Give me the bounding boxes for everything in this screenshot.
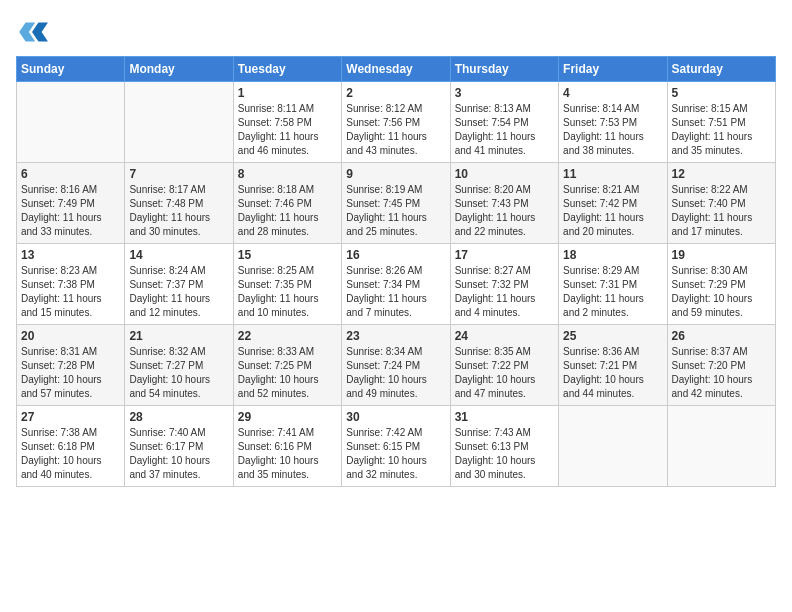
day-header-saturday: Saturday <box>667 57 775 82</box>
day-number: 31 <box>455 410 554 424</box>
day-info: Sunrise: 8:25 AM Sunset: 7:35 PM Dayligh… <box>238 264 337 320</box>
day-number: 26 <box>672 329 771 343</box>
day-number: 17 <box>455 248 554 262</box>
day-info: Sunrise: 8:30 AM Sunset: 7:29 PM Dayligh… <box>672 264 771 320</box>
day-header-friday: Friday <box>559 57 667 82</box>
calendar-week-3: 13Sunrise: 8:23 AM Sunset: 7:38 PM Dayli… <box>17 244 776 325</box>
calendar-cell: 6Sunrise: 8:16 AM Sunset: 7:49 PM Daylig… <box>17 163 125 244</box>
calendar-week-4: 20Sunrise: 8:31 AM Sunset: 7:28 PM Dayli… <box>17 325 776 406</box>
calendar-cell: 25Sunrise: 8:36 AM Sunset: 7:21 PM Dayli… <box>559 325 667 406</box>
calendar-cell: 2Sunrise: 8:12 AM Sunset: 7:56 PM Daylig… <box>342 82 450 163</box>
day-number: 20 <box>21 329 120 343</box>
day-number: 15 <box>238 248 337 262</box>
calendar-cell: 15Sunrise: 8:25 AM Sunset: 7:35 PM Dayli… <box>233 244 341 325</box>
day-info: Sunrise: 7:41 AM Sunset: 6:16 PM Dayligh… <box>238 426 337 482</box>
day-number: 22 <box>238 329 337 343</box>
calendar-cell: 14Sunrise: 8:24 AM Sunset: 7:37 PM Dayli… <box>125 244 233 325</box>
day-info: Sunrise: 8:20 AM Sunset: 7:43 PM Dayligh… <box>455 183 554 239</box>
day-number: 21 <box>129 329 228 343</box>
calendar-cell: 28Sunrise: 7:40 AM Sunset: 6:17 PM Dayli… <box>125 406 233 487</box>
day-info: Sunrise: 8:26 AM Sunset: 7:34 PM Dayligh… <box>346 264 445 320</box>
day-info: Sunrise: 7:38 AM Sunset: 6:18 PM Dayligh… <box>21 426 120 482</box>
day-number: 28 <box>129 410 228 424</box>
day-info: Sunrise: 8:27 AM Sunset: 7:32 PM Dayligh… <box>455 264 554 320</box>
day-info: Sunrise: 8:13 AM Sunset: 7:54 PM Dayligh… <box>455 102 554 158</box>
calendar-cell: 20Sunrise: 8:31 AM Sunset: 7:28 PM Dayli… <box>17 325 125 406</box>
day-info: Sunrise: 7:40 AM Sunset: 6:17 PM Dayligh… <box>129 426 228 482</box>
day-info: Sunrise: 8:36 AM Sunset: 7:21 PM Dayligh… <box>563 345 662 401</box>
day-number: 12 <box>672 167 771 181</box>
day-info: Sunrise: 8:35 AM Sunset: 7:22 PM Dayligh… <box>455 345 554 401</box>
calendar-cell: 3Sunrise: 8:13 AM Sunset: 7:54 PM Daylig… <box>450 82 558 163</box>
calendar-cell: 18Sunrise: 8:29 AM Sunset: 7:31 PM Dayli… <box>559 244 667 325</box>
page-header <box>16 16 776 48</box>
day-info: Sunrise: 8:23 AM Sunset: 7:38 PM Dayligh… <box>21 264 120 320</box>
calendar-cell: 7Sunrise: 8:17 AM Sunset: 7:48 PM Daylig… <box>125 163 233 244</box>
day-number: 27 <box>21 410 120 424</box>
calendar-cell: 27Sunrise: 7:38 AM Sunset: 6:18 PM Dayli… <box>17 406 125 487</box>
svg-marker-0 <box>32 22 48 41</box>
day-number: 23 <box>346 329 445 343</box>
day-header-wednesday: Wednesday <box>342 57 450 82</box>
day-info: Sunrise: 7:43 AM Sunset: 6:13 PM Dayligh… <box>455 426 554 482</box>
day-number: 5 <box>672 86 771 100</box>
calendar-cell <box>667 406 775 487</box>
calendar-cell: 24Sunrise: 8:35 AM Sunset: 7:22 PM Dayli… <box>450 325 558 406</box>
day-number: 24 <box>455 329 554 343</box>
calendar-cell: 13Sunrise: 8:23 AM Sunset: 7:38 PM Dayli… <box>17 244 125 325</box>
calendar-table: SundayMondayTuesdayWednesdayThursdayFrid… <box>16 56 776 487</box>
day-info: Sunrise: 8:18 AM Sunset: 7:46 PM Dayligh… <box>238 183 337 239</box>
calendar-cell: 8Sunrise: 8:18 AM Sunset: 7:46 PM Daylig… <box>233 163 341 244</box>
calendar-cell: 29Sunrise: 7:41 AM Sunset: 6:16 PM Dayli… <box>233 406 341 487</box>
calendar-cell: 22Sunrise: 8:33 AM Sunset: 7:25 PM Dayli… <box>233 325 341 406</box>
logo-icon <box>16 16 48 48</box>
calendar-cell: 30Sunrise: 7:42 AM Sunset: 6:15 PM Dayli… <box>342 406 450 487</box>
calendar-cell: 11Sunrise: 8:21 AM Sunset: 7:42 PM Dayli… <box>559 163 667 244</box>
day-header-tuesday: Tuesday <box>233 57 341 82</box>
calendar-cell: 12Sunrise: 8:22 AM Sunset: 7:40 PM Dayli… <box>667 163 775 244</box>
day-info: Sunrise: 7:42 AM Sunset: 6:15 PM Dayligh… <box>346 426 445 482</box>
day-number: 7 <box>129 167 228 181</box>
day-number: 8 <box>238 167 337 181</box>
calendar-cell: 31Sunrise: 7:43 AM Sunset: 6:13 PM Dayli… <box>450 406 558 487</box>
calendar-cell: 16Sunrise: 8:26 AM Sunset: 7:34 PM Dayli… <box>342 244 450 325</box>
day-info: Sunrise: 8:16 AM Sunset: 7:49 PM Dayligh… <box>21 183 120 239</box>
day-info: Sunrise: 8:15 AM Sunset: 7:51 PM Dayligh… <box>672 102 771 158</box>
day-header-monday: Monday <box>125 57 233 82</box>
day-number: 18 <box>563 248 662 262</box>
day-number: 14 <box>129 248 228 262</box>
day-number: 9 <box>346 167 445 181</box>
calendar-cell: 23Sunrise: 8:34 AM Sunset: 7:24 PM Dayli… <box>342 325 450 406</box>
calendar-cell: 4Sunrise: 8:14 AM Sunset: 7:53 PM Daylig… <box>559 82 667 163</box>
calendar-cell: 9Sunrise: 8:19 AM Sunset: 7:45 PM Daylig… <box>342 163 450 244</box>
day-number: 10 <box>455 167 554 181</box>
day-info: Sunrise: 8:31 AM Sunset: 7:28 PM Dayligh… <box>21 345 120 401</box>
day-info: Sunrise: 8:32 AM Sunset: 7:27 PM Dayligh… <box>129 345 228 401</box>
day-info: Sunrise: 8:11 AM Sunset: 7:58 PM Dayligh… <box>238 102 337 158</box>
calendar-cell <box>125 82 233 163</box>
day-number: 19 <box>672 248 771 262</box>
calendar-cell: 17Sunrise: 8:27 AM Sunset: 7:32 PM Dayli… <box>450 244 558 325</box>
calendar-cell <box>17 82 125 163</box>
calendar-cell: 1Sunrise: 8:11 AM Sunset: 7:58 PM Daylig… <box>233 82 341 163</box>
calendar-cell: 26Sunrise: 8:37 AM Sunset: 7:20 PM Dayli… <box>667 325 775 406</box>
calendar-week-1: 1Sunrise: 8:11 AM Sunset: 7:58 PM Daylig… <box>17 82 776 163</box>
day-info: Sunrise: 8:14 AM Sunset: 7:53 PM Dayligh… <box>563 102 662 158</box>
day-number: 11 <box>563 167 662 181</box>
day-number: 30 <box>346 410 445 424</box>
day-number: 13 <box>21 248 120 262</box>
calendar-header-row: SundayMondayTuesdayWednesdayThursdayFrid… <box>17 57 776 82</box>
day-info: Sunrise: 8:19 AM Sunset: 7:45 PM Dayligh… <box>346 183 445 239</box>
day-info: Sunrise: 8:17 AM Sunset: 7:48 PM Dayligh… <box>129 183 228 239</box>
day-info: Sunrise: 8:22 AM Sunset: 7:40 PM Dayligh… <box>672 183 771 239</box>
day-header-thursday: Thursday <box>450 57 558 82</box>
day-info: Sunrise: 8:12 AM Sunset: 7:56 PM Dayligh… <box>346 102 445 158</box>
day-number: 4 <box>563 86 662 100</box>
day-info: Sunrise: 8:29 AM Sunset: 7:31 PM Dayligh… <box>563 264 662 320</box>
calendar-cell: 19Sunrise: 8:30 AM Sunset: 7:29 PM Dayli… <box>667 244 775 325</box>
calendar-cell: 21Sunrise: 8:32 AM Sunset: 7:27 PM Dayli… <box>125 325 233 406</box>
calendar-cell <box>559 406 667 487</box>
calendar-week-2: 6Sunrise: 8:16 AM Sunset: 7:49 PM Daylig… <box>17 163 776 244</box>
day-info: Sunrise: 8:24 AM Sunset: 7:37 PM Dayligh… <box>129 264 228 320</box>
calendar-cell: 5Sunrise: 8:15 AM Sunset: 7:51 PM Daylig… <box>667 82 775 163</box>
